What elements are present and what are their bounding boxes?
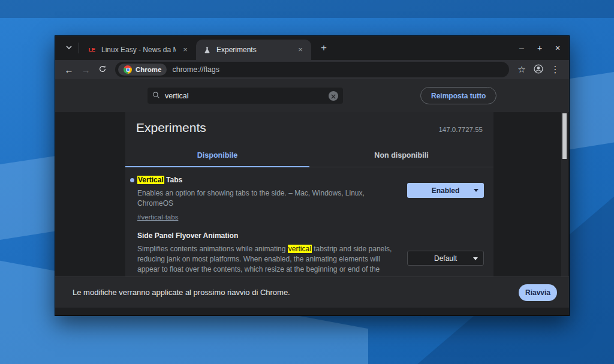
- back-button[interactable]: ←: [61, 62, 77, 77]
- scrollbar[interactable]: [561, 112, 568, 276]
- restart-bar: Le modifiche verranno applicate al pross…: [55, 276, 569, 308]
- close-icon: [331, 91, 336, 101]
- menu-button[interactable]: ⋮: [547, 62, 563, 77]
- wallpaper-shape: [0, 0, 614, 18]
- flags-search-input[interactable]: vertical: [148, 88, 343, 104]
- refresh-icon: [98, 65, 107, 75]
- close-button[interactable]: ×: [552, 43, 563, 53]
- flag-description: Enables an option for showing tabs to th…: [137, 188, 398, 209]
- search-value: vertical: [165, 92, 324, 100]
- panel-header: Experiments 147.0.7727.55: [125, 121, 493, 135]
- flag-name: Side Panel Flyover Animation: [137, 231, 398, 240]
- flag-value-select-default[interactable]: Default: [407, 251, 484, 266]
- tab-experiments[interactable]: Experiments ×: [196, 40, 311, 60]
- browser-toolbar: ← → Chrome chrome://flags ☆ ⋮: [55, 60, 569, 79]
- tab-title: Linux Easy - News da Mo: [101, 46, 176, 54]
- dropdown-caret-icon: [474, 189, 478, 192]
- flag-value-select-enabled[interactable]: Enabled: [407, 183, 484, 198]
- chrome-logo-icon: [124, 65, 132, 74]
- search-highlight: Vertical: [137, 176, 164, 184]
- version-label: 147.0.7727.55: [438, 126, 483, 135]
- minimize-button[interactable]: –: [516, 43, 527, 53]
- flask-icon: [202, 45, 212, 55]
- flags-search-bar: vertical Reimposta tutto: [55, 79, 569, 112]
- flag-description: Simplifies contents animations while ani…: [137, 244, 398, 276]
- page-title: Experiments: [136, 121, 206, 135]
- tab-search-button[interactable]: [61, 40, 77, 56]
- profile-icon: [533, 64, 544, 76]
- linux-easy-favicon-icon: LE: [87, 45, 97, 55]
- restart-button[interactable]: Riavvia: [519, 284, 557, 301]
- new-tab-button[interactable]: +: [316, 40, 332, 56]
- refresh-button[interactable]: [95, 62, 110, 77]
- scrollbar-thumb[interactable]: [562, 113, 567, 159]
- dropdown-caret-icon: [473, 257, 478, 260]
- url-text: chrome://flags: [172, 65, 219, 74]
- window-controls: – + ×: [516, 36, 563, 60]
- search-highlight: vertical: [288, 245, 312, 253]
- flag-name: Vertical Tabs: [137, 176, 398, 184]
- maximize-button[interactable]: +: [534, 43, 545, 53]
- reset-all-button[interactable]: Reimposta tutto: [420, 87, 496, 104]
- forward-button[interactable]: →: [78, 62, 94, 77]
- tab-title: Experiments: [216, 46, 291, 54]
- restart-notice: Le modifiche verranno applicate al pross…: [73, 288, 519, 297]
- browser-window: LE Linux Easy - News da Mo × Experiments…: [55, 35, 570, 316]
- experiments-panel: Experiments 147.0.7727.55 Disponibile No…: [125, 112, 493, 276]
- flag-desc-pre: Simplifies contents animations while ani…: [137, 245, 288, 253]
- flags-tabs: Disponibile Non disponibili: [125, 145, 493, 167]
- tab-close-icon[interactable]: ×: [180, 45, 190, 55]
- select-value: Enabled: [432, 186, 460, 195]
- flag-row-vertical-tabs: Vertical Tabs Enables an option for show…: [125, 167, 493, 222]
- tab-unavailable[interactable]: Non disponibili: [309, 145, 493, 167]
- flag-row-side-panel-flyover: Side Panel Flyover Animation Simplifies …: [125, 222, 493, 276]
- address-bar[interactable]: Chrome chrome://flags: [115, 62, 509, 77]
- tab-available[interactable]: Disponibile: [125, 145, 309, 167]
- flags-content: Experiments 147.0.7727.55 Disponibile No…: [55, 112, 569, 276]
- flag-permalink[interactable]: #vertical-tabs: [137, 213, 178, 221]
- tab-close-icon[interactable]: ×: [296, 45, 305, 55]
- select-value: Default: [434, 254, 457, 263]
- tab-linux-easy[interactable]: LE Linux Easy - News da Mo ×: [81, 40, 196, 60]
- bookmark-star-button[interactable]: ☆: [514, 62, 529, 77]
- modified-flag-dot-icon: [130, 178, 134, 182]
- search-icon: [152, 91, 160, 101]
- site-badge[interactable]: Chrome: [118, 64, 167, 76]
- clear-search-button[interactable]: [329, 91, 338, 101]
- profile-button[interactable]: [531, 62, 546, 77]
- site-badge-label: Chrome: [136, 66, 161, 73]
- flag-name-rest: Tabs: [164, 176, 182, 184]
- tab-strip: LE Linux Easy - News da Mo × Experiments…: [55, 36, 569, 60]
- tab-separator: [79, 43, 79, 53]
- chevron-down-icon: [65, 43, 73, 53]
